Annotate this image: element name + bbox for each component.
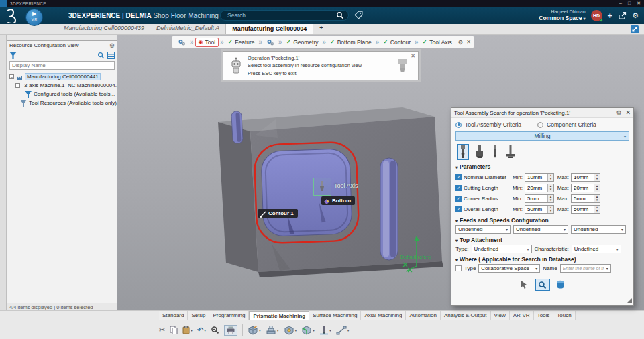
- workflow-step-geometry[interactable]: ✓ Geometry: [284, 38, 321, 46]
- machining-op-button-4[interactable]: ▾: [301, 326, 315, 335]
- min-spinner[interactable]: ▴▾: [525, 173, 554, 182]
- list-view-icon[interactable]: [107, 52, 115, 59]
- max-value-input[interactable]: [572, 206, 593, 213]
- search-input[interactable]: [227, 12, 336, 19]
- workflow-step-operation[interactable]: [175, 38, 189, 47]
- spin-down-icon[interactable]: ▾: [548, 177, 553, 181]
- paste-button[interactable]: ▾: [182, 326, 193, 334]
- spin-down-icon[interactable]: ▾: [548, 188, 553, 192]
- parameter-checkbox[interactable]: ✓: [455, 185, 462, 191]
- machining-op-button-6[interactable]: ▾: [336, 326, 350, 335]
- pick-tool-button[interactable]: [517, 279, 532, 291]
- max-value-input[interactable]: [572, 195, 593, 202]
- close-window-button[interactable]: ✕: [637, 1, 641, 6]
- spin-down-icon[interactable]: ▾: [594, 209, 600, 213]
- collapsed-panel-strip[interactable]: [0, 35, 7, 339]
- chevron-down-icon[interactable]: ▾: [204, 328, 206, 332]
- min-value-input[interactable]: [525, 195, 547, 202]
- tree-row-tool-resources[interactable]: Tool Resources (Available tools only): [7, 98, 117, 107]
- print-button[interactable]: [224, 325, 237, 336]
- min-value-input[interactable]: [525, 174, 547, 181]
- maximize-button[interactable]: □: [628, 1, 631, 6]
- panel-search-icon[interactable]: [97, 52, 105, 59]
- min-value-input[interactable]: [525, 184, 547, 192]
- tag-icon[interactable]: [354, 11, 363, 19]
- spin-down-icon[interactable]: ▾: [594, 188, 600, 192]
- max-spinner[interactable]: ▴▾: [571, 194, 600, 203]
- workflow-step-contour[interactable]: ✓ Contour: [380, 38, 413, 46]
- tab-setup[interactable]: Setup: [188, 311, 209, 320]
- pocket[interactable]: [261, 149, 352, 237]
- tab-ar-vr[interactable]: AR-VR: [510, 311, 534, 320]
- spin-down-icon[interactable]: ▾: [548, 209, 553, 213]
- top-attachment-section-header[interactable]: ▾ Top Attachment: [455, 236, 629, 243]
- feeds-select-3[interactable]: Undefined▾: [571, 225, 626, 234]
- doc-tab-active[interactable]: Manufacturing Cell000004: [225, 23, 313, 34]
- feeds-section-header[interactable]: ▾ Feeds and Speeds Configuration: [455, 217, 629, 224]
- min-spinner[interactable]: ▴▾: [525, 194, 554, 203]
- tap-tool-button[interactable]: [504, 145, 517, 159]
- feeds-select-1[interactable]: Undefined▾: [455, 225, 511, 234]
- facemill-tool-button[interactable]: [474, 145, 486, 159]
- tab-view[interactable]: View: [491, 311, 510, 320]
- attachment-type-select[interactable]: Undefined▾: [472, 245, 532, 253]
- drill-tool-button[interactable]: [490, 145, 500, 159]
- undo-button[interactable]: ↶ ▾: [197, 326, 206, 334]
- tab-analysis-output[interactable]: Analysis & Output: [441, 311, 491, 320]
- share-icon[interactable]: [618, 11, 627, 20]
- characteristic-select[interactable]: Undefined▾: [572, 245, 621, 253]
- workflow-step-tool-axis[interactable]: ✓ Tool Axis: [420, 38, 455, 46]
- tab-axial-machining[interactable]: Axial Machining: [361, 311, 406, 320]
- parameter-checkbox[interactable]: ✓: [455, 174, 462, 180]
- parameters-section-header[interactable]: ▾ Parameters: [455, 163, 629, 170]
- tool-assembly-criteria-radio[interactable]: [455, 122, 462, 128]
- new-tab-button[interactable]: +: [313, 23, 329, 34]
- spin-down-icon[interactable]: ▾: [548, 198, 553, 202]
- tool-axis-manipulator[interactable]: [313, 178, 331, 196]
- chevron-down-icon[interactable]: ▾: [313, 328, 315, 332]
- display-name-filter-input[interactable]: [9, 61, 115, 70]
- dialog-gear-icon[interactable]: ⚙: [616, 109, 621, 116]
- workflow-step-bottom-plane[interactable]: ✓ Bottom Plane: [327, 38, 374, 46]
- tab-standard[interactable]: Standard: [159, 311, 188, 320]
- compass-icon[interactable]: ▶ V.R: [25, 9, 43, 26]
- max-spinner[interactable]: ▴▾: [571, 184, 600, 192]
- dialog-resize-grip[interactable]: [627, 298, 632, 303]
- min-value-input[interactable]: [525, 206, 547, 213]
- panel-gear-icon[interactable]: ⚙: [109, 42, 115, 49]
- hint-close-icon[interactable]: ✕: [411, 53, 415, 59]
- chevron-down-icon[interactable]: ▾: [191, 328, 193, 332]
- copy-button[interactable]: [170, 326, 178, 334]
- chevron-down-icon[interactable]: ▾: [347, 328, 350, 332]
- parameter-checkbox[interactable]: ✓: [455, 206, 462, 212]
- expand-viewport-icon[interactable]: [631, 25, 639, 33]
- search-database-button[interactable]: [535, 279, 550, 291]
- doc-tab-2[interactable]: DelmiaMetric_Default A: [150, 23, 225, 34]
- slot-right[interactable]: [380, 158, 398, 260]
- spin-down-icon[interactable]: ▾: [594, 198, 600, 202]
- chevron-down-icon[interactable]: ▾: [295, 328, 297, 332]
- slot-top-left[interactable]: [231, 111, 243, 144]
- max-value-input[interactable]: [572, 174, 593, 181]
- tab-touch[interactable]: Touch: [553, 311, 575, 320]
- workflow-step-feature[interactable]: ✓ Feature: [225, 38, 258, 46]
- add-content-button[interactable]: +: [608, 11, 613, 21]
- workflow-step-geometry-group[interactable]: [264, 38, 277, 47]
- where-name-field[interactable]: ▾: [560, 264, 611, 273]
- tab-surface-machining[interactable]: Surface Machining: [309, 311, 361, 320]
- reference-axis-widget[interactable]: Default refere: [399, 234, 447, 276]
- machining-op-button-1[interactable]: ▾: [248, 326, 261, 335]
- max-spinner[interactable]: ▴▾: [571, 173, 600, 182]
- tab-prismatic-machining[interactable]: Prismatic Machining: [249, 311, 309, 320]
- tree-row-machine[interactable]: − 3-axis Machine.1_NC Machine000004...: [7, 81, 117, 90]
- minimize-button[interactable]: –: [619, 1, 622, 6]
- workflow-step-tool[interactable]: ◉ Tool: [195, 38, 219, 47]
- dialog-titlebar[interactable]: Tool Assembly Search for operation 'Pock…: [451, 108, 633, 118]
- global-search[interactable]: [220, 10, 349, 21]
- chevron-down-icon[interactable]: ▾: [329, 328, 331, 332]
- min-spinner[interactable]: ▴▾: [525, 205, 554, 214]
- doc-tab-1[interactable]: Manufacturing Cell000000439: [58, 23, 150, 34]
- tool-type-select[interactable]: Milling ▾: [455, 131, 629, 141]
- max-value-input[interactable]: [572, 184, 593, 192]
- contour-chip[interactable]: Contour 1: [258, 209, 298, 218]
